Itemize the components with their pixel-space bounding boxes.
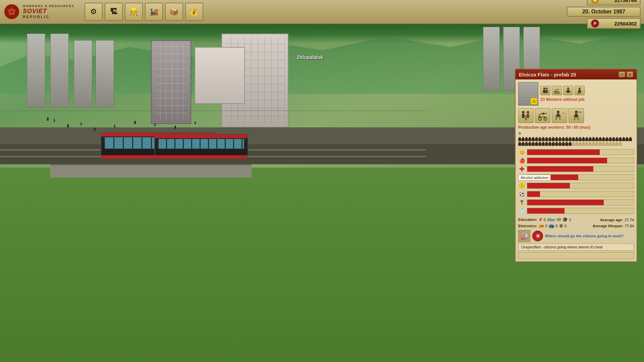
gear-icon: ⚙	[90, 7, 97, 16]
worker-dot	[615, 137, 619, 141]
person-2	[80, 122, 82, 125]
alcohol-bar	[527, 183, 634, 189]
worker-dot	[622, 137, 625, 141]
grad-icon: 🎓	[562, 217, 568, 222]
svg-point-12	[557, 92, 559, 94]
svg-point-27	[544, 118, 547, 120]
demo-icon-child: →	[552, 108, 567, 123]
svg-marker-45	[519, 175, 525, 180]
nav-btn-resources[interactable]: 📦	[165, 3, 183, 21]
hud-right: S 31758744 20. October 1987 P 22504302	[567, 0, 641, 29]
person-5	[134, 121, 136, 124]
svg-rect-30	[557, 114, 559, 117]
svg-point-9	[546, 87, 548, 89]
workers-no-job-text: 23 Workers without job	[540, 96, 585, 102]
person-3	[94, 127, 96, 131]
worker-dot	[626, 137, 629, 141]
worker-dot	[569, 141, 572, 146]
food-fill	[527, 158, 607, 163]
worker-dot	[545, 141, 548, 146]
worker-dot	[522, 141, 525, 146]
happiness-icon: 😊	[518, 148, 526, 156]
svg-point-22	[527, 111, 529, 114]
stat-row-religion	[518, 199, 634, 206]
panel-header: Elnicza Flats - prefab 25 − ×	[516, 69, 637, 79]
silo-right-1	[483, 27, 500, 90]
nav-btn-settings[interactable]: ⚙	[85, 3, 103, 21]
citizens-destination-row: 🏭 ✕ Where should go the citizens going t…	[518, 230, 634, 242]
food-bar	[527, 158, 634, 164]
remove-destination-button[interactable]: ✕	[532, 231, 543, 241]
svg-text:P: P	[594, 21, 596, 25]
education-row: Education: ✗ 0 Abc 49 🎓 1	[518, 217, 591, 222]
worker-dot	[565, 137, 568, 141]
worker-dot	[579, 141, 582, 146]
svg-line-15	[566, 91, 567, 92]
citizens-dropdown[interactable]: Unspecified - citizens going where seems…	[518, 243, 634, 251]
worker-status-row-1: 21+	[540, 86, 585, 95]
grad-value: 1	[569, 218, 571, 222]
right-bottom-stats: Average age: 27.74 Average lifespan: 77.…	[593, 217, 634, 229]
logo-star	[3, 3, 20, 20]
top-hud: WORKERS & RESOURCES SOVIET REPUBLIC ⚙ 🏗 …	[0, 0, 644, 24]
eletronics-value: 0	[545, 224, 547, 228]
worker-dot	[538, 141, 541, 146]
sport-fill	[527, 191, 540, 197]
station-platform	[50, 164, 252, 178]
workers-no-job-label: 23 Workers without job	[540, 97, 585, 102]
worker-dot	[582, 137, 585, 141]
apartment-1	[151, 40, 191, 124]
panel-controls: − ×	[619, 71, 633, 77]
svg-text:21+: 21+	[578, 111, 582, 113]
nav-btn-transport[interactable]: 🚂	[145, 3, 163, 21]
panel-content: ⚠	[516, 79, 637, 261]
nav-btn-build[interactable]: 🏗	[105, 3, 123, 21]
worker-dot	[605, 137, 608, 141]
electronics-row: Eletronics: 📻 0 📺 0 🖥 0	[518, 223, 591, 228]
worker-dot	[535, 137, 538, 141]
sport-icon: ⚽	[518, 190, 526, 198]
svg-rect-49	[520, 201, 524, 201]
nav-btn-economy[interactable]: 💰	[185, 3, 203, 21]
close-button[interactable]: ×	[627, 71, 633, 77]
person-8	[195, 121, 196, 124]
worker-dot	[595, 137, 598, 141]
svg-point-28	[542, 113, 544, 115]
education-cross-icon: ✗	[539, 217, 542, 222]
minimize-button[interactable]: −	[619, 71, 625, 77]
religion-fill	[527, 200, 604, 205]
worker-dot	[599, 137, 602, 141]
logo-main-line: SOVIET	[23, 8, 74, 15]
demo-icon-family	[518, 108, 534, 123]
stat-row-happiness: 😊	[518, 148, 634, 156]
gold-value: 31758744	[614, 0, 637, 3]
svg-text:!: !	[521, 184, 522, 188]
nav-btn-workers[interactable]: 👷	[125, 3, 143, 21]
worker-dot	[629, 137, 632, 141]
silo-1	[27, 34, 45, 107]
svg-rect-25	[525, 118, 527, 120]
religion-icon	[518, 199, 526, 206]
svg-line-41	[578, 118, 578, 120]
abc-icon: Abc	[547, 217, 555, 222]
left-bottom-stats: Education: ✗ 0 Abc 49 🎓 1 Eletronics: 📻 …	[518, 217, 591, 228]
worker-dot	[609, 141, 612, 146]
worker-dot	[528, 141, 531, 146]
gold-resource-row: S 31758744	[587, 0, 641, 5]
worker-dot	[575, 137, 578, 141]
worker-dots-bar	[518, 137, 634, 146]
religion-bar	[527, 199, 634, 205]
building-thumbnail: ⚠	[518, 82, 538, 106]
stat-row-clothes: 👕	[518, 207, 634, 215]
alcohol-fill	[527, 183, 570, 188]
worker-dot	[532, 137, 535, 141]
svg-rect-10	[545, 90, 548, 93]
worker-icons-row: ⚠	[518, 82, 634, 106]
happiness-bar	[527, 149, 634, 155]
stat-row-health	[518, 165, 634, 173]
education-label: Education:	[518, 218, 537, 222]
add-worker-button[interactable]: +	[518, 130, 521, 136]
person-6	[154, 123, 156, 126]
svg-line-31	[555, 115, 557, 117]
demo-icon-adult: 21+	[569, 108, 584, 123]
